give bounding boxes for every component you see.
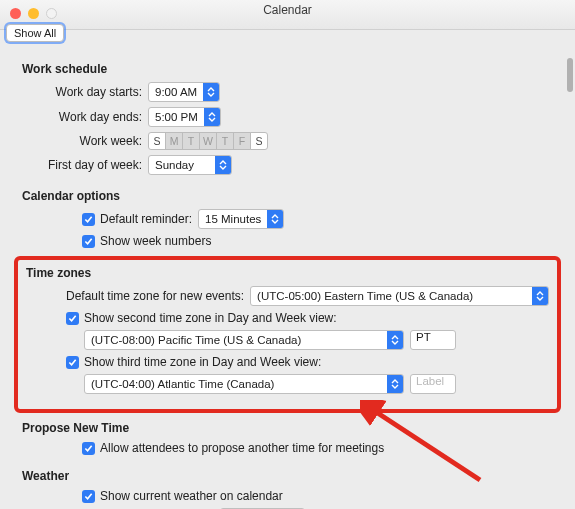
week-day-0[interactable]: S [148, 132, 166, 150]
work-day-ends-label: Work day ends: [22, 110, 148, 124]
work-day-ends-select[interactable]: 5:00 PM [148, 107, 221, 127]
work-week-label: Work week: [22, 134, 148, 148]
window-title: Calendar [0, 0, 575, 19]
chevron-updown-icon [203, 83, 219, 101]
default-tz-label: Default time zone for new events: [66, 289, 244, 303]
chevron-updown-icon [204, 108, 220, 126]
show-week-numbers-checkbox[interactable] [82, 235, 95, 248]
week-day-2[interactable]: T [182, 132, 200, 150]
chevron-updown-icon [267, 210, 283, 228]
scrollbar[interactable] [567, 58, 573, 92]
week-day-4[interactable]: T [216, 132, 234, 150]
preferences-pane: Work schedule Work day starts: 9:00 AM W… [0, 30, 575, 509]
work-day-starts-label: Work day starts: [22, 85, 148, 99]
week-day-5[interactable]: F [233, 132, 251, 150]
section-weather: Weather [22, 469, 553, 483]
minimize-icon[interactable] [28, 8, 39, 19]
allow-propose-checkbox[interactable] [82, 442, 95, 455]
second-tz-checkbox[interactable] [66, 312, 79, 325]
second-tz-label-input[interactable]: PT [410, 330, 456, 350]
titlebar: Calendar [0, 0, 575, 30]
section-propose: Propose New Time [22, 421, 553, 435]
default-tz-select[interactable]: (UTC-05:00) Eastern Time (US & Canada) [250, 286, 549, 306]
default-reminder-label: Default reminder: [100, 212, 192, 226]
third-tz-select[interactable]: (UTC-04:00) Atlantic Time (Canada) [84, 374, 404, 394]
allow-propose-label: Allow attendees to propose another time … [100, 441, 384, 455]
show-weather-checkbox[interactable] [82, 490, 95, 503]
week-day-3[interactable]: W [199, 132, 217, 150]
section-time-zones: Time zones [26, 266, 549, 280]
zoom-icon[interactable] [46, 8, 57, 19]
week-day-1[interactable]: M [165, 132, 183, 150]
work-day-starts-select[interactable]: 9:00 AM [148, 82, 220, 102]
show-week-numbers-label: Show week numbers [100, 234, 211, 248]
chevron-updown-icon [387, 331, 403, 349]
time-zones-highlight: Time zones Default time zone for new eve… [14, 256, 561, 413]
section-work-schedule: Work schedule [22, 62, 553, 76]
third-tz-check-label: Show third time zone in Day and Week vie… [84, 355, 321, 369]
show-all-button[interactable]: Show All [6, 24, 64, 42]
default-reminder-checkbox[interactable] [82, 213, 95, 226]
window-controls [10, 8, 57, 19]
work-week-segmented[interactable]: SMTWTFS [148, 132, 268, 150]
chevron-updown-icon [215, 156, 231, 174]
chevron-updown-icon [532, 287, 548, 305]
show-weather-label: Show current weather on calendar [100, 489, 283, 503]
third-tz-label-input[interactable]: Label [410, 374, 456, 394]
third-tz-checkbox[interactable] [66, 356, 79, 369]
close-icon[interactable] [10, 8, 21, 19]
section-calendar-options: Calendar options [22, 189, 553, 203]
week-day-6[interactable]: S [250, 132, 268, 150]
default-reminder-select[interactable]: 15 Minutes [198, 209, 284, 229]
first-day-label: First day of week: [22, 158, 148, 172]
second-tz-check-label: Show second time zone in Day and Week vi… [84, 311, 337, 325]
toolbar: Show All [6, 24, 64, 42]
second-tz-select[interactable]: (UTC-08:00) Pacific Time (US & Canada) [84, 330, 404, 350]
chevron-updown-icon [387, 375, 403, 393]
first-day-select[interactable]: Sunday [148, 155, 232, 175]
